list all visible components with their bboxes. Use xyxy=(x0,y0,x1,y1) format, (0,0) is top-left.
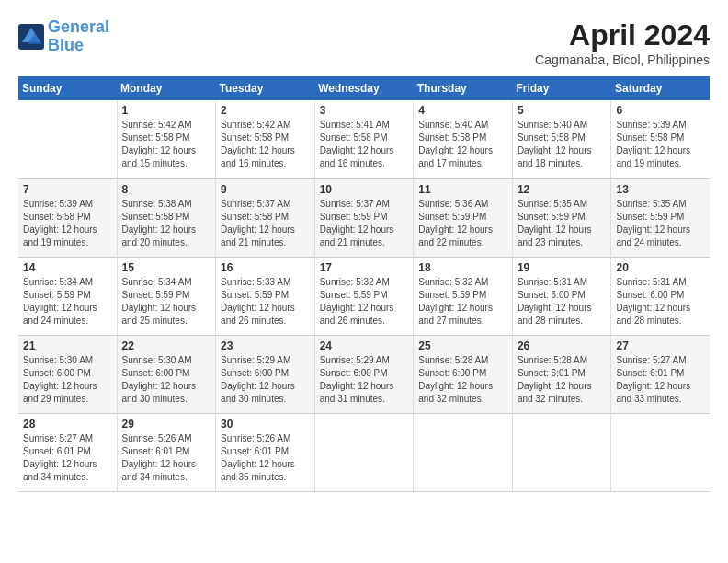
day-number: 27 xyxy=(616,339,705,352)
calendar-cell: 29Sunrise: 5:26 AM Sunset: 6:01 PM Dayli… xyxy=(117,413,216,491)
calendar-week-row: 28Sunrise: 5:27 AM Sunset: 6:01 PM Dayli… xyxy=(18,413,710,491)
day-number: 4 xyxy=(418,104,507,117)
day-number: 16 xyxy=(221,261,310,274)
calendar-cell: 1Sunrise: 5:42 AM Sunset: 5:58 PM Daylig… xyxy=(117,100,216,178)
calendar-cell: 22Sunrise: 5:30 AM Sunset: 6:00 PM Dayli… xyxy=(117,335,216,413)
calendar-cell: 19Sunrise: 5:31 AM Sunset: 6:00 PM Dayli… xyxy=(512,257,611,335)
logo: General Blue xyxy=(18,18,109,55)
day-info: Sunrise: 5:34 AM Sunset: 5:59 PM Dayligh… xyxy=(23,276,112,327)
calendar-table: SundayMondayTuesdayWednesdayThursdayFrid… xyxy=(18,76,710,492)
calendar-cell xyxy=(314,413,414,491)
calendar-cell: 13Sunrise: 5:35 AM Sunset: 5:59 PM Dayli… xyxy=(611,178,710,257)
day-info: Sunrise: 5:33 AM Sunset: 5:59 PM Dayligh… xyxy=(221,276,310,327)
title-block: April 2024 Cagmanaba, Bicol, Philippines xyxy=(535,18,710,67)
day-info: Sunrise: 5:32 AM Sunset: 5:59 PM Dayligh… xyxy=(418,276,507,327)
calendar-cell xyxy=(414,413,513,491)
day-number: 28 xyxy=(23,418,112,431)
day-info: Sunrise: 5:32 AM Sunset: 5:59 PM Dayligh… xyxy=(320,276,409,327)
calendar-cell: 9Sunrise: 5:37 AM Sunset: 5:58 PM Daylig… xyxy=(216,178,315,257)
day-number: 1 xyxy=(122,104,211,117)
calendar-cell: 21Sunrise: 5:30 AM Sunset: 6:00 PM Dayli… xyxy=(18,335,117,413)
calendar-cell: 28Sunrise: 5:27 AM Sunset: 6:01 PM Dayli… xyxy=(18,413,117,491)
day-number: 24 xyxy=(320,339,409,352)
day-info: Sunrise: 5:29 AM Sunset: 6:00 PM Dayligh… xyxy=(320,354,409,406)
calendar-cell: 8Sunrise: 5:38 AM Sunset: 5:58 PM Daylig… xyxy=(117,178,216,257)
day-of-week-header: Wednesday xyxy=(314,76,414,100)
day-number: 18 xyxy=(418,261,507,274)
day-info: Sunrise: 5:40 AM Sunset: 5:58 PM Dayligh… xyxy=(518,119,607,170)
day-number: 14 xyxy=(23,261,112,274)
calendar-cell: 17Sunrise: 5:32 AM Sunset: 5:59 PM Dayli… xyxy=(314,257,414,335)
day-number: 22 xyxy=(122,339,211,352)
day-info: Sunrise: 5:28 AM Sunset: 6:00 PM Dayligh… xyxy=(418,354,507,406)
day-number: 8 xyxy=(122,183,211,196)
day-info: Sunrise: 5:30 AM Sunset: 6:00 PM Dayligh… xyxy=(23,354,112,406)
calendar-cell: 12Sunrise: 5:35 AM Sunset: 5:59 PM Dayli… xyxy=(512,178,611,257)
day-info: Sunrise: 5:42 AM Sunset: 5:58 PM Dayligh… xyxy=(221,119,310,170)
calendar-week-row: 21Sunrise: 5:30 AM Sunset: 6:00 PM Dayli… xyxy=(18,335,710,413)
day-of-week-header: Friday xyxy=(512,76,611,100)
day-info: Sunrise: 5:27 AM Sunset: 6:01 PM Dayligh… xyxy=(23,432,112,484)
calendar-cell: 26Sunrise: 5:28 AM Sunset: 6:01 PM Dayli… xyxy=(512,335,611,413)
calendar-cell: 20Sunrise: 5:31 AM Sunset: 6:00 PM Dayli… xyxy=(611,257,710,335)
day-info: Sunrise: 5:26 AM Sunset: 6:01 PM Dayligh… xyxy=(221,432,310,484)
day-number: 21 xyxy=(23,339,112,352)
day-info: Sunrise: 5:39 AM Sunset: 5:58 PM Dayligh… xyxy=(23,198,112,249)
day-of-week-header: Saturday xyxy=(611,76,710,100)
logo-icon xyxy=(18,24,44,50)
day-of-week-header: Tuesday xyxy=(216,76,315,100)
calendar-cell: 24Sunrise: 5:29 AM Sunset: 6:00 PM Dayli… xyxy=(314,335,414,413)
calendar-cell: 4Sunrise: 5:40 AM Sunset: 5:58 PM Daylig… xyxy=(414,100,513,178)
day-number: 12 xyxy=(518,183,607,196)
calendar-body: 1Sunrise: 5:42 AM Sunset: 5:58 PM Daylig… xyxy=(18,100,710,491)
day-info: Sunrise: 5:37 AM Sunset: 5:59 PM Dayligh… xyxy=(320,198,409,249)
calendar-cell: 25Sunrise: 5:28 AM Sunset: 6:00 PM Dayli… xyxy=(414,335,513,413)
calendar-cell: 7Sunrise: 5:39 AM Sunset: 5:58 PM Daylig… xyxy=(18,178,117,257)
day-number: 19 xyxy=(518,261,607,274)
day-info: Sunrise: 5:35 AM Sunset: 5:59 PM Dayligh… xyxy=(518,198,607,249)
day-info: Sunrise: 5:27 AM Sunset: 6:01 PM Dayligh… xyxy=(616,354,705,406)
day-number: 3 xyxy=(320,104,409,117)
calendar-cell: 10Sunrise: 5:37 AM Sunset: 5:59 PM Dayli… xyxy=(314,178,414,257)
day-number: 23 xyxy=(221,339,310,352)
calendar-week-row: 1Sunrise: 5:42 AM Sunset: 5:58 PM Daylig… xyxy=(18,100,710,178)
calendar-cell: 27Sunrise: 5:27 AM Sunset: 6:01 PM Dayli… xyxy=(611,335,710,413)
day-info: Sunrise: 5:39 AM Sunset: 5:58 PM Dayligh… xyxy=(616,119,705,170)
page-header: General Blue April 2024 Cagmanaba, Bicol… xyxy=(18,18,710,67)
calendar-cell: 15Sunrise: 5:34 AM Sunset: 5:59 PM Dayli… xyxy=(117,257,216,335)
day-info: Sunrise: 5:31 AM Sunset: 6:00 PM Dayligh… xyxy=(616,276,705,327)
day-info: Sunrise: 5:29 AM Sunset: 6:00 PM Dayligh… xyxy=(221,354,310,406)
day-info: Sunrise: 5:34 AM Sunset: 5:59 PM Dayligh… xyxy=(122,276,211,327)
day-of-week-header: Sunday xyxy=(18,76,117,100)
calendar-cell: 30Sunrise: 5:26 AM Sunset: 6:01 PM Dayli… xyxy=(216,413,315,491)
day-info: Sunrise: 5:35 AM Sunset: 5:59 PM Dayligh… xyxy=(616,198,705,249)
calendar-cell: 5Sunrise: 5:40 AM Sunset: 5:58 PM Daylig… xyxy=(512,100,611,178)
day-number: 25 xyxy=(418,339,507,352)
location-title: Cagmanaba, Bicol, Philippines xyxy=(535,52,710,67)
calendar-cell: 14Sunrise: 5:34 AM Sunset: 5:59 PM Dayli… xyxy=(18,257,117,335)
day-number: 9 xyxy=(221,183,310,196)
calendar-cell: 23Sunrise: 5:29 AM Sunset: 6:00 PM Dayli… xyxy=(216,335,315,413)
day-number: 10 xyxy=(320,183,409,196)
calendar-cell: 2Sunrise: 5:42 AM Sunset: 5:58 PM Daylig… xyxy=(216,100,315,178)
day-number: 29 xyxy=(122,418,211,431)
calendar-cell xyxy=(611,413,710,491)
day-number: 5 xyxy=(518,104,607,117)
day-info: Sunrise: 5:37 AM Sunset: 5:58 PM Dayligh… xyxy=(221,198,310,249)
logo-text: General Blue xyxy=(48,18,109,55)
calendar-cell: 16Sunrise: 5:33 AM Sunset: 5:59 PM Dayli… xyxy=(216,257,315,335)
day-of-week-header: Monday xyxy=(117,76,216,100)
day-number: 13 xyxy=(616,183,705,196)
month-title: April 2024 xyxy=(535,18,710,52)
calendar-cell xyxy=(512,413,611,491)
day-info: Sunrise: 5:36 AM Sunset: 5:59 PM Dayligh… xyxy=(418,198,507,249)
calendar-week-row: 7Sunrise: 5:39 AM Sunset: 5:58 PM Daylig… xyxy=(18,178,710,257)
day-number: 6 xyxy=(616,104,705,117)
day-number: 7 xyxy=(23,183,112,196)
calendar-week-row: 14Sunrise: 5:34 AM Sunset: 5:59 PM Dayli… xyxy=(18,257,710,335)
day-info: Sunrise: 5:40 AM Sunset: 5:58 PM Dayligh… xyxy=(418,119,507,170)
day-info: Sunrise: 5:30 AM Sunset: 6:00 PM Dayligh… xyxy=(122,354,211,406)
day-info: Sunrise: 5:26 AM Sunset: 6:01 PM Dayligh… xyxy=(122,432,211,484)
calendar-cell: 3Sunrise: 5:41 AM Sunset: 5:58 PM Daylig… xyxy=(314,100,414,178)
day-info: Sunrise: 5:38 AM Sunset: 5:58 PM Dayligh… xyxy=(122,198,211,249)
